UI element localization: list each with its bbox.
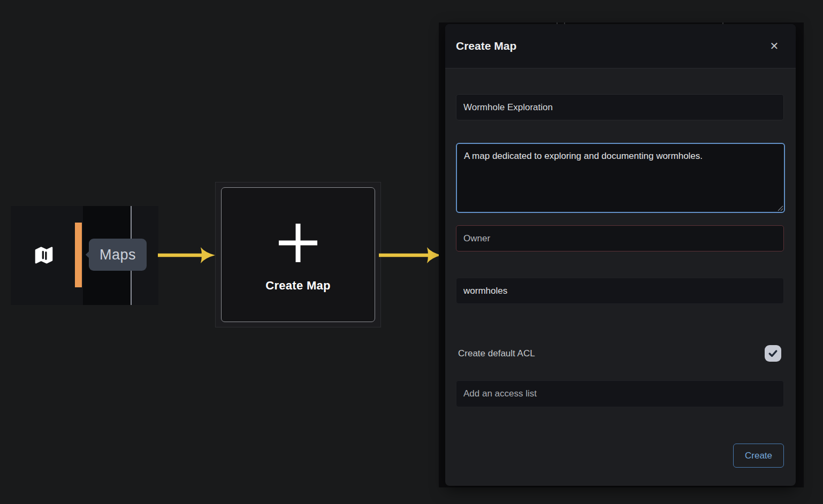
acl-label: Create default ACL	[458, 348, 535, 359]
canvas: Maps Create Map Create Map ✕	[0, 0, 823, 504]
checkmark-icon	[767, 347, 779, 360]
map-icon[interactable]	[32, 243, 56, 268]
acl-checkbox[interactable]	[765, 345, 781, 362]
sidebar-snippet: Maps	[11, 206, 158, 305]
arrow-right-icon	[378, 243, 443, 267]
tooltip-label: Maps	[100, 247, 136, 263]
create-map-card-container: Create Map	[215, 182, 381, 327]
modal-title: Create Map	[456, 40, 516, 52]
close-icon: ✕	[770, 40, 779, 52]
access-list-input[interactable]	[456, 380, 784, 407]
create-map-modal: Create Map ✕ A map dedicated to explorin…	[445, 24, 796, 486]
textarea-resize-handle[interactable]	[778, 205, 783, 211]
modal-header: Create Map ✕	[445, 24, 796, 68]
create-map-card-label: Create Map	[222, 279, 375, 293]
map-name-input[interactable]	[456, 94, 784, 120]
active-nav-indicator	[75, 223, 82, 287]
maps-tooltip: Maps	[89, 239, 147, 271]
acl-row: Create default ACL	[458, 345, 781, 362]
owner-input[interactable]	[456, 225, 784, 251]
create-button[interactable]: Create	[733, 444, 784, 468]
tags-input[interactable]	[456, 278, 784, 304]
create-map-card[interactable]: Create Map	[221, 187, 375, 322]
arrow-right-icon	[157, 243, 217, 267]
close-button[interactable]: ✕	[767, 39, 782, 54]
plus-icon	[277, 222, 319, 264]
map-description-textarea[interactable]: A map dedicated to exploring and documen…	[456, 143, 785, 213]
